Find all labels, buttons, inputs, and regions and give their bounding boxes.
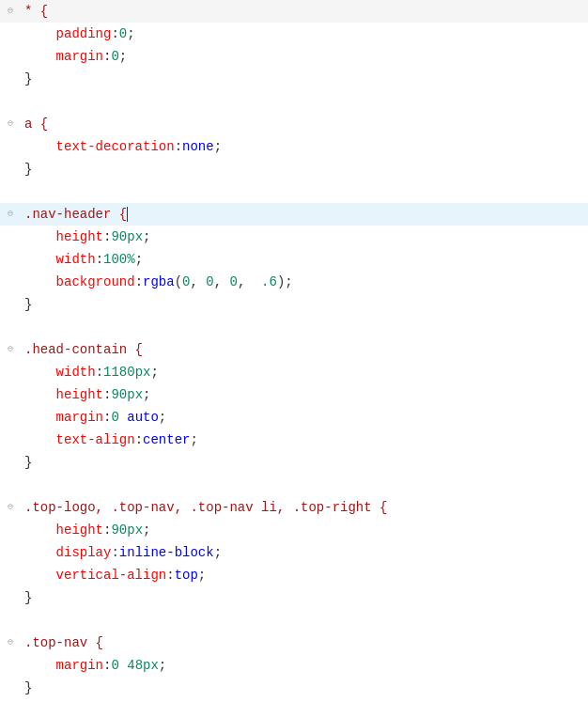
token-property: width — [56, 365, 96, 380]
line: } — [0, 451, 588, 474]
line: ⊖a { — [0, 113, 588, 135]
token-selector: .top-nav { — [24, 635, 103, 650]
token-indent — [24, 387, 56, 402]
line: ⊖* { — [0, 0, 588, 23]
token-colon: : — [135, 274, 143, 289]
token-comma: , — [238, 274, 261, 289]
text-cursor — [127, 207, 128, 222]
token-indent — [24, 545, 56, 560]
gutter-fold[interactable]: ⊖ — [0, 119, 21, 129]
token-property: text-decoration — [56, 139, 175, 154]
token-sp — [119, 658, 127, 673]
token-value-blue: rgba — [143, 274, 175, 289]
fold-icon[interactable]: ⊖ — [6, 638, 15, 647]
code-line-content — [21, 90, 588, 113]
token-paren: ( — [175, 274, 182, 289]
token-comma: , — [214, 274, 230, 289]
line: height:90px; — [0, 383, 588, 406]
token-value-num: 0 — [111, 410, 118, 425]
token-value-num: 90px — [111, 523, 143, 538]
gutter-fold[interactable]: ⊖ — [0, 210, 21, 219]
gutter-fold[interactable]: ⊖ — [0, 503, 21, 512]
fold-icon[interactable]: ⊖ — [6, 503, 15, 512]
code-line-content — [21, 316, 588, 338]
code-line-content: padding:0; — [21, 23, 588, 45]
token-colon: : — [175, 139, 182, 154]
fold-icon[interactable]: ⊖ — [6, 345, 15, 354]
token-value-num: 0 — [206, 274, 213, 289]
line: ⊖.head-contain { — [0, 338, 588, 361]
line — [0, 180, 588, 203]
token-semi: ; — [119, 49, 127, 64]
code-line-content: } — [21, 158, 588, 180]
token-semi: ; — [159, 658, 166, 673]
token-value-num: 90px — [111, 387, 143, 402]
token-property: width — [56, 252, 96, 267]
line: } — [0, 677, 588, 699]
line: ⊖.top-nav { — [0, 632, 588, 654]
token-value-num: 0 — [111, 658, 118, 673]
token-selector: .head-contain { — [24, 342, 143, 357]
code-line-content: height:90px; — [21, 383, 588, 406]
fold-icon[interactable]: ⊖ — [6, 210, 15, 219]
code-line-content: height:90px; — [21, 226, 588, 248]
token-property: height — [56, 523, 103, 538]
line: ⊖.nav-header { — [0, 203, 588, 226]
token-colon: : — [166, 568, 174, 583]
token-colon: : — [135, 432, 143, 447]
code-line-content: .head-contain { — [21, 338, 588, 361]
code-line-content: height:90px; — [21, 519, 588, 541]
token-indent — [24, 432, 56, 447]
line: } — [0, 158, 588, 180]
code-line-content: width:100%; — [21, 248, 588, 271]
line: vertical-align:top; — [0, 564, 588, 586]
code-line-content — [21, 474, 588, 496]
token-value-blue: inline-block — [119, 545, 214, 560]
line: margin:0 48px; — [0, 654, 588, 677]
token-semi: ; — [198, 568, 206, 583]
token-property: padding — [56, 26, 112, 41]
gutter-fold[interactable]: ⊖ — [0, 638, 21, 647]
token-property: height — [56, 229, 103, 244]
token-brace: } — [24, 71, 32, 86]
token-value-num: 1180px — [103, 365, 150, 380]
token-semi: ; — [143, 523, 150, 538]
line: text-align:center; — [0, 429, 588, 451]
code-line-content: margin:0 auto; — [21, 406, 588, 429]
gutter-fold[interactable]: ⊖ — [0, 345, 21, 354]
code-line-content: margin:0 48px; — [21, 654, 588, 677]
line: height:90px; — [0, 226, 588, 248]
token-semi: ; — [150, 365, 158, 380]
code-line-content: text-align:center; — [21, 429, 588, 451]
code-line-content: text-decoration:none; — [21, 135, 588, 158]
token-value-num: 0 — [229, 274, 237, 289]
token-indent — [24, 410, 56, 425]
code-line-content: vertical-align:top; — [21, 564, 588, 586]
fold-icon[interactable]: ⊖ — [6, 119, 15, 129]
code-line-content: width:1180px; — [21, 361, 588, 383]
line: background:rgba(0, 0, 0, .6); — [0, 271, 588, 293]
token-indent — [24, 523, 56, 538]
code-line-content: } — [21, 293, 588, 316]
code-area: ⊖* { padding:0; margin:0;} ⊖a { text-dec… — [0, 0, 588, 702]
code-line-content: } — [21, 586, 588, 609]
token-comma: , — [190, 274, 206, 289]
line: margin:0 auto; — [0, 406, 588, 429]
token-indent — [24, 252, 56, 267]
token-value-blue: auto — [127, 410, 159, 425]
line: } — [0, 68, 588, 90]
gutter-fold[interactable]: ⊖ — [0, 7, 21, 16]
code-line-content: } — [21, 451, 588, 474]
token-semi: ; — [127, 26, 134, 41]
token-selector: a { — [24, 117, 48, 132]
line: margin:0; — [0, 45, 588, 68]
token-brace: } — [24, 680, 32, 695]
token-property: vertical-align — [56, 568, 167, 583]
line: width:1180px; — [0, 361, 588, 383]
code-line-content — [21, 180, 588, 203]
token-brace: } — [24, 590, 32, 605]
code-line-content — [21, 609, 588, 632]
token-indent — [24, 658, 56, 673]
fold-icon[interactable]: ⊖ — [6, 7, 15, 16]
line: width:100%; — [0, 248, 588, 271]
